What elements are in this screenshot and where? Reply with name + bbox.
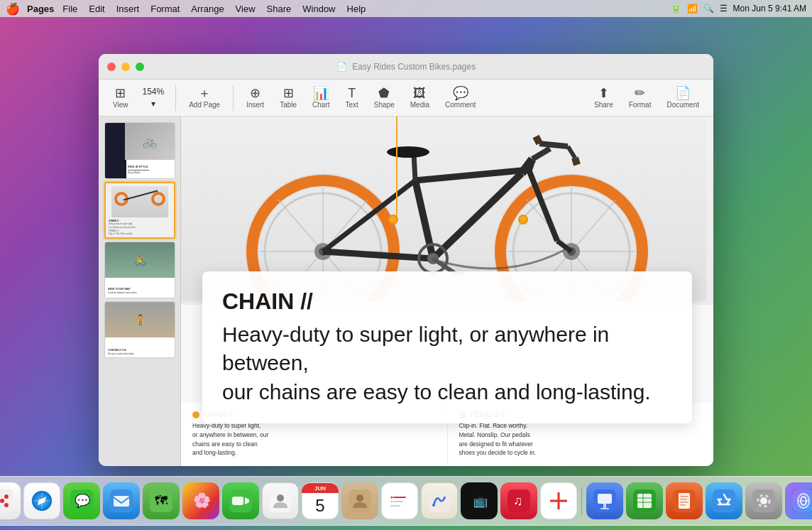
sidebar: 1 🚲 RIDE IN STYLE Easy Rides <box>99 117 181 466</box>
document-canvas[interactable]: CHAIN // Heavy-duty to super light, or a… <box>181 117 713 466</box>
menu-window[interactable]: Window <box>297 4 341 14</box>
chain-dot <box>192 411 199 418</box>
page-thumbnail-1[interactable]: 1 🚲 RIDE IN STYLE Easy Rides <box>104 122 175 179</box>
toolbar-format[interactable]: ✏ Format <box>623 84 657 112</box>
window-controls <box>99 63 144 71</box>
media-label: Media <box>410 101 429 109</box>
app-window: 📄 Easy Rides Custom Bikes.pages ⊞ View 1… <box>99 54 713 466</box>
svg-point-48 <box>4 503 9 507</box>
keynote-icon[interactable] <box>586 482 623 519</box>
page-thumbnail-4[interactable]: 4 🧍 CONTACT US Get your custom bike toda… <box>104 301 175 358</box>
appletv-icon[interactable]: 📺 <box>461 482 498 519</box>
share-label: Share <box>594 101 613 109</box>
svg-line-27 <box>529 159 532 170</box>
toolbar-shape[interactable]: ⬟ Shape <box>368 84 400 112</box>
mail-icon[interactable] <box>103 482 140 519</box>
facetime-icon[interactable] <box>222 482 259 519</box>
freeform-icon[interactable] <box>421 482 458 519</box>
toolbar-share[interactable]: ⬆ Share <box>588 84 619 112</box>
music-icon[interactable]: ♫ <box>500 482 537 519</box>
pages-dock-icon[interactable] <box>666 482 703 519</box>
window-titlebar: 📄 Easy Rides Custom Bikes.pages <box>99 54 713 80</box>
svg-point-73 <box>391 497 393 499</box>
close-button[interactable] <box>107 63 116 71</box>
document-icon: 📄 <box>675 87 691 99</box>
menu-format[interactable]: Format <box>145 4 185 14</box>
siri-icon[interactable] <box>785 482 812 519</box>
minimize-button[interactable] <box>121 63 130 71</box>
launchpad-icon[interactable] <box>0 482 21 519</box>
app-body: 1 🚲 RIDE IN STYLE Easy Rides <box>99 117 713 466</box>
page-thumb-inner-1: 🚲 RIDE IN STYLE Easy Rides <box>104 122 175 179</box>
svg-rect-70 <box>393 497 406 498</box>
format-icon: ✏ <box>635 87 645 99</box>
numbers-icon[interactable] <box>626 482 663 519</box>
contacts-icon[interactable] <box>262 482 299 519</box>
tooltip-title: CHAIN // <box>222 288 672 315</box>
toolbar-chart[interactable]: 📊 Chart <box>307 84 335 112</box>
menu-view[interactable]: View <box>230 4 261 14</box>
svg-text:🗺: 🗺 <box>155 494 168 508</box>
page-thumbnail-3[interactable]: 3 🚴 RIDE YOUR WAY Custom frames and colo… <box>104 242 175 298</box>
page-thumb-inner-3: 🚴 RIDE YOUR WAY Custom frames and colors <box>104 242 175 298</box>
comment-label: Comment <box>445 101 476 109</box>
svg-point-66 <box>277 494 284 502</box>
svg-point-45 <box>4 494 9 499</box>
search-icon[interactable]: 🔍 <box>703 4 714 13</box>
safari-icon[interactable] <box>23 482 60 519</box>
table-icon: ⊞ <box>283 87 294 99</box>
appstore-icon[interactable] <box>706 482 742 519</box>
svg-rect-72 <box>393 505 400 507</box>
zoom-value: 154% <box>143 87 165 97</box>
menu-help[interactable]: Help <box>341 4 372 14</box>
svg-rect-85 <box>598 494 612 504</box>
document-label: Document <box>666 101 699 109</box>
svg-text:♫: ♫ <box>513 494 523 508</box>
calendar-icon[interactable]: JUN 5 <box>302 482 339 519</box>
wifi-icon: 📶 <box>687 4 698 13</box>
window-title: 📄 Easy Rides Custom Bikes.pages <box>335 62 477 72</box>
menubar-right: 🔋 📶 🔍 ☰ Mon Jun 5 9:41 AM <box>671 4 806 13</box>
messages-icon[interactable]: 💬 <box>63 482 100 519</box>
control-center-icon[interactable]: ☰ <box>720 4 728 13</box>
toolbar-table[interactable]: ⊞ Table <box>274 84 302 112</box>
menu-insert[interactable]: Insert <box>111 4 146 14</box>
chart-label: Chart <box>312 101 329 109</box>
contacts2-icon[interactable] <box>341 482 378 519</box>
toolbar-zoom[interactable]: 154% ▾ <box>138 85 169 111</box>
news-icon[interactable] <box>540 482 577 519</box>
menu-share[interactable]: Share <box>261 4 297 14</box>
toolbar-view[interactable]: ⊞ View <box>107 84 134 112</box>
maximize-button[interactable] <box>136 63 144 71</box>
svg-point-75 <box>391 505 393 507</box>
menu-edit[interactable]: Edit <box>83 4 110 14</box>
tooltip-body: Heavy-duty to super light, or anywhere i… <box>222 320 672 407</box>
page-thumbnail-2[interactable]: 2 CHAIN // Heavy-duty to <box>104 182 175 239</box>
svg-text:🌸: 🌸 <box>193 492 211 509</box>
datetime-display: Mon Jun 5 9:41 AM <box>733 4 806 13</box>
apple-menu[interactable]: 🍎 <box>6 2 20 16</box>
settings-icon[interactable] <box>745 482 782 519</box>
toolbar-comment[interactable]: 💬 Comment <box>439 84 481 112</box>
svg-rect-97 <box>680 502 688 503</box>
tooltip-body-line1: Heavy-duty to super light, or anywhere i… <box>222 323 609 375</box>
app-name[interactable]: Pages <box>27 4 54 14</box>
menu-file[interactable]: File <box>57 4 83 14</box>
toolbar-media[interactable]: 🖼 Media <box>405 84 435 112</box>
menu-arrange[interactable]: Arrange <box>185 4 229 14</box>
battery-icon: 🔋 <box>671 4 681 13</box>
svg-text:💬: 💬 <box>75 493 91 509</box>
svg-point-74 <box>391 501 393 503</box>
svg-rect-30 <box>394 150 422 155</box>
add-page-icon: ＋ <box>198 87 211 99</box>
toolbar-add-page[interactable]: ＋ Add Page <box>183 84 226 112</box>
toolbar-text[interactable]: T Text <box>340 84 364 112</box>
toolbar-insert[interactable]: ⊕ Insert <box>241 84 270 112</box>
svg-line-34 <box>536 136 539 144</box>
toolbar-document[interactable]: 📄 Document <box>661 84 705 112</box>
maps-icon[interactable]: 🗺 <box>143 482 180 519</box>
photos-icon[interactable]: 🌸 <box>182 482 219 519</box>
reminders-icon[interactable] <box>381 482 418 519</box>
insert-icon: ⊕ <box>250 87 260 99</box>
svg-rect-63 <box>232 497 243 505</box>
